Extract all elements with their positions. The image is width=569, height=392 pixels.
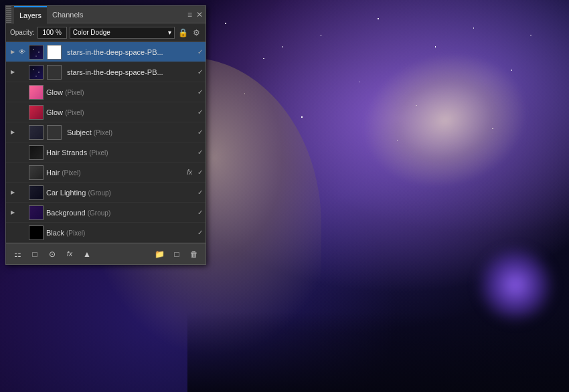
layer-thumbnail <box>29 165 44 180</box>
visibility-eye-icon[interactable] <box>17 167 27 178</box>
layer-thumbnail <box>29 225 44 240</box>
layer-row[interactable]: ▶ stars-in-the-deep-space-PB... ✓ <box>6 62 206 82</box>
visibility-eye-icon[interactable] <box>17 127 27 138</box>
layer-row[interactable]: Black (Pixel) ✓ <box>6 223 206 243</box>
layer-thumbnail <box>29 85 44 100</box>
adjustment-button[interactable]: ▲ <box>80 247 94 262</box>
layer-thumbnail <box>29 145 44 160</box>
layers-list: ▶ 👁 stars-in-the-deep-space-PB... ✓ ▶ st… <box>6 42 206 243</box>
layer-name: Car Lighting (Group) <box>46 189 195 197</box>
layer-name: Glow (Pixel) <box>46 88 195 96</box>
layer-visibility-check[interactable]: ✓ <box>197 149 203 156</box>
layers-panel: Layers Channels ≡ ✕ Opacity: Color Dodge… <box>5 5 206 265</box>
panel-header-icons: ≡ ✕ <box>187 10 206 19</box>
opacity-input[interactable] <box>37 27 67 39</box>
layer-row[interactable]: Hair Strands (Pixel) ✓ <box>6 142 206 163</box>
expand-arrow-placeholder <box>9 169 17 177</box>
opacity-label: Opacity: <box>10 29 35 36</box>
layer-row[interactable]: Glow (Pixel) ✓ <box>6 82 206 102</box>
visibility-eye-icon[interactable] <box>17 227 27 238</box>
layer-row[interactable]: ▶ Background (Group) ✓ <box>6 203 206 223</box>
panel-menu-icon[interactable]: ≡ <box>187 10 192 19</box>
add-mask-button[interactable]: ⊙ <box>45 247 60 262</box>
layer-row[interactable]: Hair (Pixel) fx ✓ <box>6 163 206 183</box>
blend-mode-arrow: ▾ <box>168 29 171 36</box>
layer-name: stars-in-the-deep-space-PB... <box>67 68 195 76</box>
delete-layer-button[interactable]: 🗑 <box>187 247 201 262</box>
tab-channels[interactable]: Channels <box>47 6 88 23</box>
layer-thumbnail <box>29 185 44 200</box>
layer-name: Hair Strands (Pixel) <box>46 149 195 157</box>
layer-visibility-check[interactable]: ✓ <box>197 169 203 176</box>
panel-grip <box>6 6 11 23</box>
expand-arrow-placeholder <box>9 88 17 96</box>
expand-arrow-placeholder <box>9 229 17 237</box>
layer-name: Glow (Pixel) <box>46 108 195 116</box>
layer-mask-thumbnail <box>47 65 62 80</box>
visibility-eye-icon[interactable] <box>17 107 27 118</box>
lock-icon[interactable]: 🔒 <box>177 27 188 38</box>
settings-icon[interactable]: ⚙ <box>191 27 201 38</box>
layers-icon[interactable]: ⚏ <box>10 247 25 262</box>
thumb-pair <box>29 65 64 80</box>
layer-name: Background (Group) <box>46 209 195 217</box>
expand-arrow[interactable]: ▶ <box>9 48 17 56</box>
layer-mask-thumbnail <box>47 45 62 60</box>
layer-row[interactable]: ▶ Car Lighting (Group) ✓ <box>6 183 206 203</box>
layer-visibility-check[interactable]: ✓ <box>197 229 203 236</box>
layer-name: Hair (Pixel) <box>46 169 187 177</box>
panel-close-icon[interactable]: ✕ <box>196 10 203 19</box>
layer-name: Subject (Pixel) <box>67 128 195 136</box>
tab-layers[interactable]: Layers <box>14 6 47 23</box>
opacity-blend-bar: Opacity: Color Dodge ▾ 🔒 ⚙ <box>6 23 206 42</box>
blend-mode-label: Color Dodge <box>73 29 110 36</box>
expand-arrow[interactable]: ▶ <box>9 209 17 217</box>
layer-name: Black (Pixel) <box>46 229 195 237</box>
layer-visibility-check[interactable]: ✓ <box>197 209 203 216</box>
visibility-eye-icon[interactable] <box>17 187 27 198</box>
layer-row[interactable]: ▶ Subject (Pixel) ✓ <box>6 122 206 142</box>
layer-thumbnail <box>29 45 44 60</box>
blend-mode-dropdown[interactable]: Color Dodge ▾ <box>70 27 175 39</box>
layer-visibility-check[interactable]: ✓ <box>197 189 203 196</box>
new-group-button[interactable]: □ <box>27 247 42 262</box>
layer-name: stars-in-the-deep-space-PB... <box>67 48 195 56</box>
expand-arrow[interactable]: ▶ <box>9 189 17 197</box>
layer-visibility-check[interactable]: ✓ <box>197 48 203 56</box>
layer-visibility-check[interactable]: ✓ <box>197 68 203 76</box>
layer-thumbnail <box>29 105 44 120</box>
layer-thumbnail <box>29 65 44 80</box>
visibility-eye-icon[interactable] <box>17 67 27 78</box>
thumb-pair <box>29 125 64 140</box>
visibility-eye-icon[interactable] <box>17 87 27 98</box>
light-glow-effect <box>475 245 556 325</box>
layer-thumbnail <box>29 205 44 220</box>
add-fx-button[interactable]: fx <box>62 247 77 262</box>
layer-visibility-check[interactable]: ✓ <box>197 88 203 96</box>
visibility-eye-icon[interactable] <box>17 147 27 158</box>
layer-visibility-check[interactable]: ✓ <box>197 128 203 136</box>
fx-badge: fx <box>187 169 192 176</box>
expand-arrow-placeholder <box>9 108 17 116</box>
layer-row[interactable]: ▶ 👁 stars-in-the-deep-space-PB... ✓ <box>6 42 206 62</box>
expand-arrow[interactable]: ▶ <box>9 68 17 76</box>
panel-header: Layers Channels ≡ ✕ <box>6 6 206 23</box>
layer-thumbnail <box>29 125 44 140</box>
new-layer-button[interactable]: □ <box>169 247 184 262</box>
layer-row[interactable]: Glow (Pixel) ✓ <box>6 102 206 122</box>
expand-arrow[interactable]: ▶ <box>9 128 17 136</box>
expand-arrow-placeholder <box>9 149 17 157</box>
panel-toolbar: ⚏ □ ⊙ fx ▲ 📁 □ 🗑 <box>6 243 206 264</box>
thumb-pair <box>29 45 64 60</box>
visibility-eye-icon[interactable] <box>17 207 27 218</box>
new-layer-folder-button[interactable]: 📁 <box>152 247 167 262</box>
layer-mask-thumbnail <box>47 125 62 140</box>
layer-visibility-check[interactable]: ✓ <box>197 108 203 116</box>
visibility-eye-icon[interactable]: 👁 <box>17 47 27 58</box>
